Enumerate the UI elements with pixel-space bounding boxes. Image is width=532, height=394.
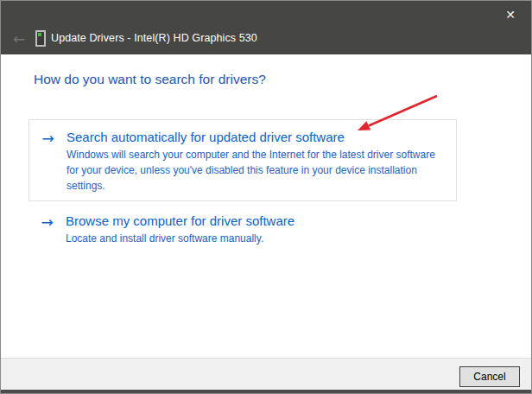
titlebar: ✕ ← Update Drivers - Intel(R) HD Graphic… (1, 1, 531, 54)
option-browse-computer[interactable]: → Browse my computer for driver software… (28, 213, 457, 246)
option-browse-computer-title[interactable]: Browse my computer for driver software (66, 213, 445, 230)
option-search-automatically-description: Windows will search your computer and th… (66, 147, 444, 194)
device-icon (35, 30, 46, 47)
wizard-body: How do you want to search for drivers? →… (1, 54, 531, 358)
cancel-button[interactable]: Cancel (459, 366, 520, 387)
device-icon-led (38, 33, 41, 36)
option-browse-computer-description: Locate and install driver software manua… (66, 231, 445, 246)
option-arrow-icon: → (28, 213, 66, 246)
option-arrow-icon: → (29, 129, 66, 200)
page-title: How do you want to search for drivers? (34, 72, 266, 87)
close-icon[interactable]: ✕ (499, 5, 522, 24)
footer-bar: Cancel (1, 358, 531, 391)
window-bottom-border (1, 390, 531, 393)
option-search-automatically[interactable]: → Search automatically for updated drive… (28, 119, 457, 201)
window-title: Update Drivers - Intel(R) HD Graphics 53… (51, 32, 257, 44)
option-search-automatically-title[interactable]: Search automatically for updated driver … (66, 129, 444, 146)
update-drivers-dialog: ✕ ← Update Drivers - Intel(R) HD Graphic… (0, 0, 532, 394)
back-icon[interactable]: ← (9, 29, 29, 48)
